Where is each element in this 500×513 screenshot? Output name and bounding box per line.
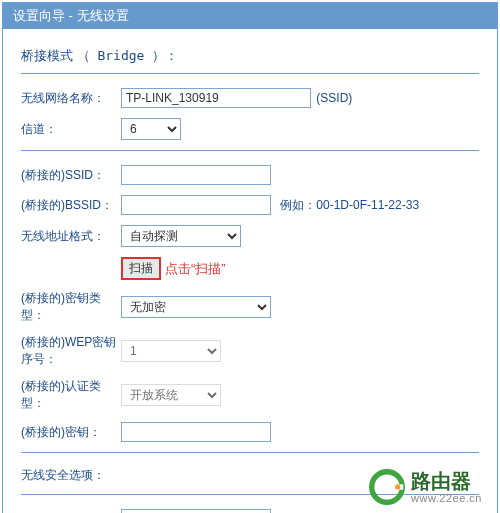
row-wlan-ssid: 无线网络名称： (SSID) bbox=[21, 88, 479, 108]
wep-index-label: (桥接的)WEP密钥序号： bbox=[21, 334, 121, 368]
brand-logo: 路由器 www.22ee.cn bbox=[369, 469, 482, 505]
row-sec-enc: 密钥类型： 无加密 bbox=[21, 509, 479, 513]
row-wep-index: (桥接的)WEP密钥序号： 1 bbox=[21, 334, 479, 368]
channel-select[interactable]: 6 bbox=[121, 118, 181, 140]
divider bbox=[21, 73, 479, 74]
wizard-panel: 设置向导 - 无线设置 桥接模式 （ Bridge ）： 无线网络名称： (SS… bbox=[2, 2, 498, 513]
bridge-enc-label: (桥接的)密钥类型： bbox=[21, 290, 121, 324]
row-bridge-enc: (桥接的)密钥类型： 无加密 bbox=[21, 290, 479, 324]
divider bbox=[21, 452, 479, 453]
auth-label: (桥接的)认证类型： bbox=[21, 378, 121, 412]
row-channel: 信道： 6 bbox=[21, 118, 479, 140]
row-auth: (桥接的)认证类型： 开放系统 bbox=[21, 378, 479, 412]
logo-url: www.22ee.cn bbox=[411, 492, 482, 504]
wlan-ssid-label: 无线网络名称： bbox=[21, 90, 121, 107]
logo-name: 路由器 bbox=[411, 470, 482, 492]
bridge-bssid-input[interactable] bbox=[121, 195, 271, 215]
auth-select[interactable]: 开放系统 bbox=[121, 384, 221, 406]
bridge-ssid-label: (桥接的)SSID： bbox=[21, 167, 121, 184]
scan-button[interactable]: 扫描 bbox=[121, 257, 161, 280]
bridge-bssid-label: (桥接的)BSSID： bbox=[21, 197, 121, 214]
row-bridge-key: (桥接的)密钥： bbox=[21, 422, 479, 442]
bridge-enc-select[interactable]: 无加密 bbox=[121, 296, 271, 318]
channel-label: 信道： bbox=[21, 121, 121, 138]
bridge-mode-english: （ Bridge ）： bbox=[77, 48, 179, 63]
wlan-ssid-input[interactable] bbox=[121, 88, 311, 108]
bridge-key-label: (桥接的)密钥： bbox=[21, 424, 121, 441]
bridge-ssid-input[interactable] bbox=[121, 165, 271, 185]
page-title: 设置向导 - 无线设置 bbox=[3, 3, 497, 29]
row-addr-format: 无线地址格式： 自动探测 bbox=[21, 225, 479, 247]
logo-e-icon bbox=[369, 469, 405, 505]
bridge-mode-row: 桥接模式 （ Bridge ）： bbox=[21, 47, 479, 65]
addr-format-label: 无线地址格式： bbox=[21, 228, 121, 245]
ssid-tag: (SSID) bbox=[316, 91, 352, 105]
divider bbox=[21, 150, 479, 151]
bssid-example: 例如：00-1D-0F-11-22-33 bbox=[280, 198, 419, 212]
sec-options-label: 无线安全选项： bbox=[21, 467, 121, 484]
row-bridge-bssid: (桥接的)BSSID： 例如：00-1D-0F-11-22-33 bbox=[21, 195, 479, 215]
sec-enc-select[interactable]: 无加密 bbox=[121, 509, 271, 513]
svg-point-2 bbox=[395, 484, 400, 489]
row-scan: 扫描 点击“扫描” bbox=[21, 257, 479, 280]
scan-note: 点击“扫描” bbox=[165, 260, 226, 278]
content-area: 桥接模式 （ Bridge ）： 无线网络名称： (SSID) 信道： 6 (桥… bbox=[3, 29, 497, 513]
bridge-key-input[interactable] bbox=[121, 422, 271, 442]
bridge-mode-label: 桥接模式 bbox=[21, 48, 73, 63]
wep-index-select[interactable]: 1 bbox=[121, 340, 221, 362]
row-bridge-ssid: (桥接的)SSID： bbox=[21, 165, 479, 185]
addr-format-select[interactable]: 自动探测 bbox=[121, 225, 241, 247]
